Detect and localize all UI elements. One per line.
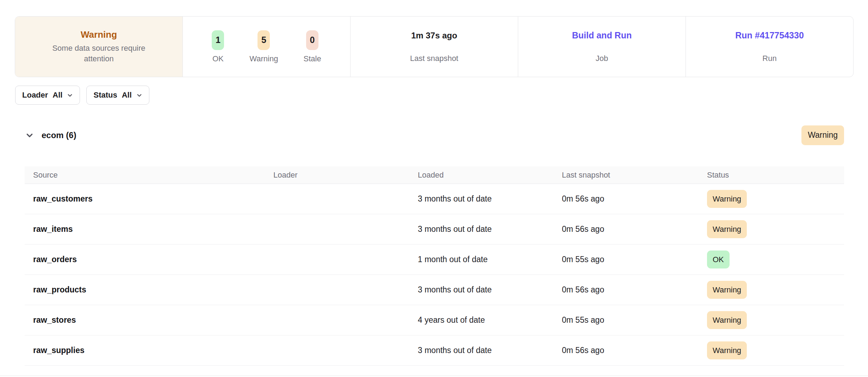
status-badge: Warning — [707, 281, 747, 299]
loaded-cell: 1 month out of date — [409, 255, 553, 264]
status-badge: Warning — [707, 190, 747, 208]
last-snapshot-cell: 0m 55s ago — [553, 315, 699, 325]
source-name: raw_items — [25, 224, 265, 234]
column-header-source: Source — [25, 171, 265, 180]
source-name: raw_stores — [25, 315, 265, 325]
stat-warning-count: 5 — [258, 30, 270, 50]
stat-stale-label: Stale — [303, 54, 321, 63]
status-badge: OK — [707, 251, 730, 269]
table-row: raw_supplies 3 months out of date 0m 56s… — [25, 335, 844, 366]
last-snapshot-cell: 0m 56s ago — [553, 224, 699, 234]
loader-filter-dropdown[interactable]: Loader All — [15, 86, 80, 105]
status-cell: Warning — [699, 220, 844, 239]
last-snapshot-cell: 0m 56s ago — [553, 346, 699, 355]
run-link[interactable]: Run #417754330 — [735, 30, 804, 41]
loader-filter-value: All — [52, 91, 62, 100]
status-badge: Warning — [707, 220, 747, 239]
status-counts-card: 1 OK 5 Warning 0 Stale — [182, 17, 350, 77]
source-name: raw_supplies — [25, 346, 265, 355]
loaded-cell: 4 years out of date — [409, 315, 553, 325]
overall-status-card: Warning Some data sources require attent… — [15, 17, 182, 77]
job-card: Build and Run Job — [518, 17, 686, 77]
filter-bar: Loader All Status All — [15, 86, 149, 105]
table-row: raw_customers 3 months out of date 0m 56… — [25, 184, 844, 214]
stat-warning-label: Warning — [249, 54, 278, 63]
source-name: raw_customers — [25, 194, 265, 204]
status-cell: Warning — [699, 341, 844, 360]
stat-stale-count: 0 — [306, 30, 318, 50]
source-name: raw_products — [25, 285, 265, 295]
status-badge: Warning — [707, 311, 747, 329]
table-row: raw_orders 1 month out of date 0m 55s ag… — [25, 245, 844, 275]
last-snapshot-cell: 0m 56s ago — [553, 194, 699, 204]
loaded-cell: 3 months out of date — [409, 224, 553, 234]
loaded-cell: 3 months out of date — [409, 194, 553, 204]
sources-section: ecom (6) Warning Source Loader Loaded La… — [25, 126, 844, 366]
status-filter-value: All — [122, 91, 132, 100]
chevron-down-icon[interactable] — [25, 131, 34, 140]
status-cell: OK — [699, 251, 844, 269]
loader-filter-label: Loader — [22, 91, 48, 100]
column-header-loader: Loader — [265, 171, 409, 180]
overall-status-title: Warning — [81, 29, 117, 40]
status-badge: Warning — [707, 341, 747, 360]
table-row: raw_products 3 months out of date 0m 56s… — [25, 275, 844, 305]
column-header-last-snapshot: Last snapshot — [553, 171, 699, 180]
status-cell: Warning — [699, 311, 844, 329]
sources-table: Source Loader Loaded Last snapshot Statu… — [25, 166, 844, 366]
stat-ok-label: OK — [212, 54, 224, 63]
job-label: Job — [596, 54, 608, 63]
loaded-cell: 3 months out of date — [409, 346, 553, 355]
stat-ok: 1 OK — [212, 30, 224, 63]
stat-ok-count: 1 — [212, 30, 224, 50]
job-link[interactable]: Build and Run — [572, 30, 632, 41]
status-filter-label: Status — [93, 91, 117, 100]
chevron-down-icon — [136, 92, 142, 98]
last-snapshot-label: Last snapshot — [410, 54, 458, 63]
table-row: raw_items 3 months out of date 0m 56s ag… — [25, 214, 844, 245]
last-snapshot-card: 1m 37s ago Last snapshot — [350, 17, 518, 77]
column-header-status: Status — [699, 171, 844, 180]
status-filter-dropdown[interactable]: Status All — [86, 86, 149, 105]
stat-stale: 0 Stale — [303, 30, 321, 63]
status-cell: Warning — [699, 190, 844, 208]
run-card: Run #417754330 Run — [686, 17, 853, 77]
loaded-cell: 3 months out of date — [409, 285, 553, 295]
group-status-badge: Warning — [801, 125, 844, 145]
next-group-divider — [0, 376, 868, 376]
group-title: ecom (6) — [42, 130, 76, 140]
status-cell: Warning — [699, 281, 844, 299]
table-header-row: Source Loader Loaded Last snapshot Statu… — [25, 166, 844, 184]
last-snapshot-value: 1m 37s ago — [411, 31, 457, 41]
column-header-loaded: Loaded — [409, 171, 553, 180]
group-header-ecom[interactable]: ecom (6) Warning — [25, 126, 844, 145]
run-label: Run — [762, 54, 776, 63]
summary-bar: Warning Some data sources require attent… — [15, 16, 854, 77]
source-name: raw_orders — [25, 255, 265, 264]
overall-status-subtitle: Some data sources require attention — [39, 43, 159, 64]
last-snapshot-cell: 0m 55s ago — [553, 255, 699, 264]
chevron-down-icon — [67, 92, 73, 98]
stat-warning: 5 Warning — [249, 30, 278, 63]
last-snapshot-cell: 0m 56s ago — [553, 285, 699, 295]
table-row: raw_stores 4 years out of date 0m 55s ag… — [25, 305, 844, 335]
